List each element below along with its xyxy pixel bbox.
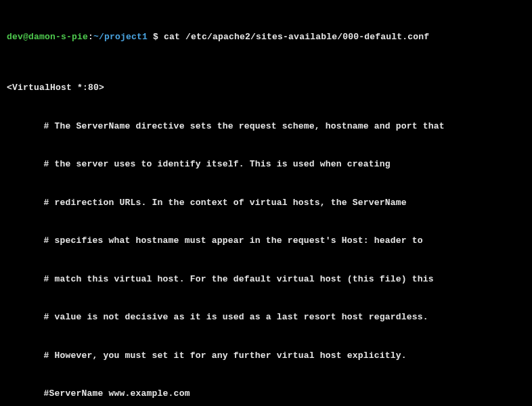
prompt-sigil: $ [148, 32, 164, 42]
vhost-open: <VirtualHost *:80> [7, 82, 525, 95]
prompt-host: damon-s-pie [28, 32, 88, 42]
comment-line: #ServerName www.example.com [7, 388, 525, 401]
prompt-path: ~/project1 [93, 32, 148, 42]
comment-line: # The ServerName directive sets the requ… [7, 120, 525, 133]
prompt-at: @ [23, 32, 28, 42]
comment-line: # However, you must set it for any furth… [7, 350, 525, 363]
comment-line: # value is not decisive as it is used as… [7, 311, 525, 324]
comment-line: # specifies what hostname must appear in… [7, 235, 525, 248]
comment-line: # redirection URLs. In the context of vi… [7, 197, 525, 210]
prompt-colon: : [88, 32, 93, 42]
terminal[interactable]: dev@damon-s-pie:~/project1 $ cat /etc/ap… [7, 5, 525, 406]
comment-line: # the server uses to identify itself. Th… [7, 158, 525, 171]
prompt-line-1: dev@damon-s-pie:~/project1 $ cat /etc/ap… [7, 31, 525, 44]
prompt-user: dev [7, 32, 23, 42]
command-text: cat /etc/apache2/sites-available/000-def… [164, 32, 429, 42]
comment-line: # match this virtual host. For the defau… [7, 273, 525, 286]
